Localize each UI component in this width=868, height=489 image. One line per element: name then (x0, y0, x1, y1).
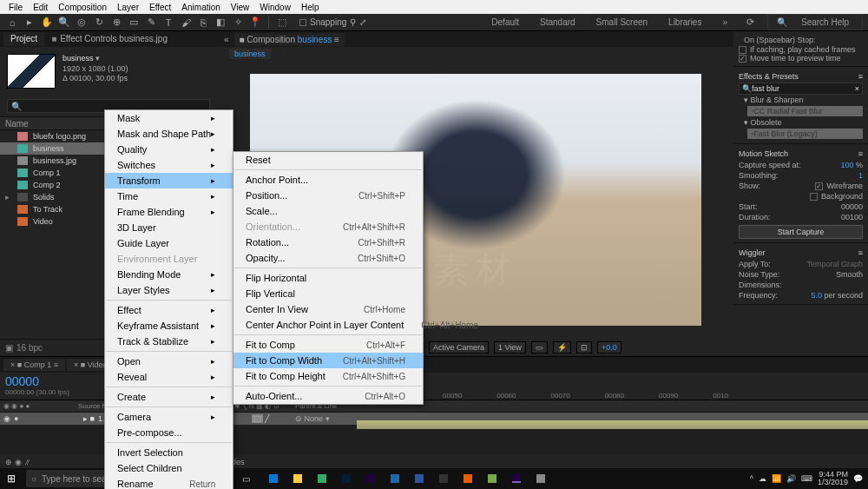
menu-item[interactable]: Flip Horizontal (233, 270, 423, 286)
menu-item[interactable]: Guide Layer (105, 235, 233, 251)
menu-item[interactable]: Pre-compose... (105, 425, 233, 440)
menu-item[interactable]: Track & Stabilize (105, 334, 233, 349)
preset-category-blur[interactable]: ▾ Blur & Sharpen (739, 95, 863, 105)
menu-item[interactable]: Invert Selection (105, 445, 233, 460)
task-view-icon[interactable]: ▭ (234, 470, 257, 487)
exposure-value[interactable]: +0.0 (597, 341, 621, 354)
tray-volume-icon[interactable]: 🔊 (786, 474, 796, 483)
menu-item[interactable]: Layer Styles (105, 282, 233, 298)
menu-item[interactable]: Camera (105, 409, 233, 425)
local-axis-icon[interactable]: ⬚ (275, 16, 289, 30)
tl-footer-icon[interactable]: ⊕ ◉ ⫽ (0, 458, 36, 466)
layer-bar[interactable] (357, 420, 868, 429)
app-aftereffects[interactable] (359, 470, 382, 487)
orbit-tool-icon[interactable]: ◎ (75, 16, 89, 30)
views-dropdown[interactable]: 1 View (494, 341, 526, 354)
sync-icon[interactable]: ⟳ (743, 16, 757, 30)
menu-item[interactable]: Fit to Comp HeightCtrl+Alt+Shift+G (233, 368, 423, 384)
home-icon[interactable]: ⌂ (5, 16, 19, 30)
menu-item[interactable]: Open (105, 354, 233, 369)
tab-effect-controls[interactable]: ■Effect Controls business.jpg (44, 32, 174, 46)
menu-item[interactable]: Mask and Shape Path (105, 126, 233, 142)
fast-preview-icon[interactable]: ⚡ (553, 341, 571, 354)
comp-arrow-icon[interactable]: « (224, 35, 229, 44)
menu-item[interactable]: Select Children (105, 460, 233, 476)
app-edge[interactable] (262, 470, 285, 487)
timeline-tab[interactable]: × ■ Comp 1 ≡ (3, 359, 65, 371)
menu-item[interactable]: 3D Layer (105, 220, 233, 235)
menu-item[interactable]: Time (105, 188, 233, 204)
start-button[interactable]: ⊞ (0, 468, 23, 489)
menu-item[interactable]: Position...Ctrl+Shift+P (233, 188, 423, 203)
menu-file[interactable]: File (3, 2, 28, 13)
app-explorer[interactable] (286, 470, 309, 487)
selection-tool-icon[interactable]: ▸ (23, 16, 36, 30)
menu-item[interactable]: Fit to Comp WidthCtrl+Alt+Shift+H (233, 353, 423, 368)
menu-item[interactable]: Transform (105, 173, 233, 188)
composition-tab[interactable]: ■ Composition business ≡ (234, 33, 345, 46)
workspace-standard[interactable]: Standard (535, 16, 581, 29)
cache-checkbox[interactable] (739, 46, 746, 54)
menu-item[interactable]: Blending Mode (105, 267, 233, 282)
shape-tool-icon[interactable]: ▭ (127, 16, 141, 30)
start-capture-button[interactable]: Start Capture (739, 225, 863, 239)
stamp-tool-icon[interactable]: ⎘ (196, 16, 210, 30)
menu-item[interactable]: Opacity...Ctrl+Shift+O (233, 250, 423, 266)
brush-tool-icon[interactable]: 🖌 (179, 16, 193, 30)
menu-item[interactable]: Frame Blending (105, 204, 233, 220)
menu-item[interactable]: Center In ViewCtrl+Home (233, 301, 423, 317)
draft3d-icon[interactable]: ▭ (531, 341, 548, 354)
tray-wifi-icon[interactable]: 📶 (772, 474, 781, 483)
pen-tool-icon[interactable]: ✎ (144, 16, 158, 30)
app-obs[interactable] (432, 470, 455, 487)
menu-item[interactable]: Quality (105, 142, 233, 157)
snap-opt-icon[interactable]: ⚲ (350, 17, 356, 27)
app-photoshop[interactable] (335, 470, 358, 487)
move-time-checkbox[interactable]: ✓ (739, 55, 746, 63)
preset-cc-radial[interactable]: ▫ CC Radial Fast Blur (747, 106, 863, 116)
app-vlc[interactable] (457, 470, 479, 487)
hand-tool-icon[interactable]: ✋ (40, 16, 54, 30)
menu-view[interactable]: View (226, 2, 255, 13)
taskbar-clock[interactable]: 9:44 PM 1/3/2019 (818, 471, 848, 486)
app-browser[interactable] (384, 470, 406, 487)
tray-lang-icon[interactable]: ⌨ (801, 474, 812, 483)
interpret-icon[interactable]: ▣ (5, 343, 13, 353)
menu-item[interactable]: Rotation...Ctrl+Shift+R (233, 235, 423, 250)
app-word[interactable] (408, 470, 431, 487)
roto-tool-icon[interactable]: ✧ (231, 16, 245, 30)
menu-item[interactable]: Auto-Orient...Ctrl+Alt+O (233, 388, 423, 404)
tray-up-icon[interactable]: ^ (750, 474, 753, 483)
menu-help[interactable]: Help (296, 2, 325, 13)
zoom-tool-icon[interactable]: 🔍 (57, 16, 71, 30)
menu-item[interactable]: Center Anchor Point in Layer ContentCtrl… (233, 317, 423, 333)
menu-item[interactable]: Switches (105, 157, 233, 173)
snap-opt2-icon[interactable]: ⤢ (359, 17, 366, 27)
preset-category-obsolete[interactable]: ▾ Obsolete (739, 117, 863, 128)
text-tool-icon[interactable]: T (161, 16, 175, 30)
menu-item[interactable]: Mask (105, 110, 233, 126)
noise-type-value[interactable]: Smooth (836, 270, 863, 279)
workspace-more-icon[interactable]: » (717, 16, 733, 29)
eraser-tool-icon[interactable]: ◧ (214, 16, 227, 30)
smoothing-value[interactable]: 1 (858, 171, 863, 180)
snapping-checkbox[interactable] (299, 19, 306, 26)
app-notepad[interactable] (481, 470, 503, 487)
menu-item[interactable]: Flip Vertical (233, 286, 423, 301)
menu-item[interactable]: Environment Layer (105, 251, 233, 267)
menu-animation[interactable]: Animation (176, 2, 225, 13)
workspace-small-screen[interactable]: Small Screen (591, 16, 653, 29)
notifications-icon[interactable]: 💬 (853, 474, 863, 483)
breadcrumb[interactable]: business (229, 49, 271, 59)
menu-edit[interactable]: Edit (28, 2, 53, 13)
search-help-input[interactable]: 🔍 Search Help (767, 14, 863, 30)
menu-item[interactable]: Effect (105, 302, 233, 318)
menu-item[interactable]: Keyframe Assistant (105, 318, 233, 334)
workspace-libraries[interactable]: Libraries (663, 16, 707, 29)
app-paint[interactable] (529, 470, 552, 487)
frequency-value[interactable]: 5.0 (811, 291, 822, 300)
bpc-toggle[interactable]: 16 bpc (16, 343, 43, 353)
camera-dropdown[interactable]: Active Camera (429, 341, 489, 354)
menu-effect[interactable]: Effect (144, 2, 176, 13)
background-checkbox[interactable] (810, 193, 818, 201)
